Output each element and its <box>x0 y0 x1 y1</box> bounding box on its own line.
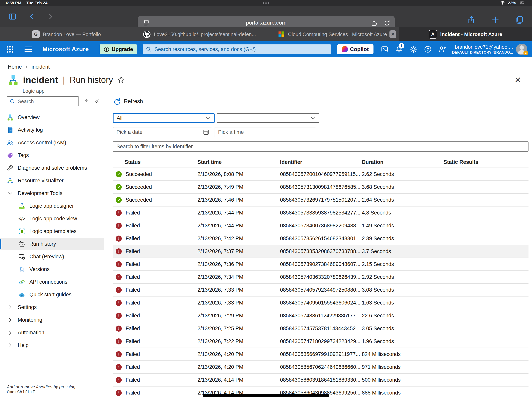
run-duration: 3.05 Seconds <box>362 326 443 332</box>
avatar[interactable] <box>516 44 527 55</box>
secondary-filter-dropdown[interactable] <box>217 113 319 123</box>
global-search-input[interactable]: Search resources, services, and docs (G+… <box>143 45 331 54</box>
sidebar-item-overview[interactable]: Overview <box>0 111 104 124</box>
browser-tab-1[interactable]: G Brandon Love — Portfolio <box>0 27 133 41</box>
time-picker-field[interactable] <box>215 127 316 137</box>
sidebar-item-tags[interactable]: Tags <box>0 149 104 162</box>
sidebar-item-diagnose-and-solve-problems[interactable]: Diagnose and solve problems <box>0 162 104 174</box>
failed-icon <box>116 261 122 267</box>
sidebar-item-chat-preview[interactable]: Chat (Preview) <box>0 250 104 263</box>
date-input[interactable] <box>116 129 203 135</box>
table-row[interactable]: Failed 2/13/2026, 7:42 PM 08584305735626… <box>113 232 528 245</box>
help-icon[interactable]: ? <box>421 44 435 55</box>
azure-brand[interactable]: Microsoft Azure <box>43 46 89 53</box>
settings-gear-icon[interactable] <box>406 44 421 55</box>
reorder-icon[interactable] <box>84 99 89 104</box>
menu-search-input[interactable] <box>17 98 76 105</box>
date-picker-field[interactable] <box>113 127 212 137</box>
table-row[interactable]: Failed 2/13/2026, 7:37 PM 08584305738532… <box>113 245 528 258</box>
table-row[interactable]: Failed 2/13/2026, 7:33 PM 08584305740950… <box>113 296 528 309</box>
calendar-icon[interactable] <box>203 129 209 135</box>
copilot-button[interactable]: Copilot <box>337 44 373 54</box>
hamburger-menu-icon[interactable] <box>25 46 32 52</box>
table-row[interactable]: Failed 2/13/2026, 7:34 PM 08584305740363… <box>113 271 528 284</box>
sidebar-item-development-tools[interactable]: Development Tools <box>0 187 104 200</box>
breadcrumb-chevron-icon <box>25 65 28 69</box>
time-input[interactable] <box>218 129 313 135</box>
sidebar-item-monitoring[interactable]: Monitoring <box>0 314 104 326</box>
sidebar-item-settings[interactable]: Settings <box>0 301 104 314</box>
waffle-menu-icon[interactable] <box>7 46 13 53</box>
favorite-star-icon[interactable] <box>117 76 125 84</box>
notifications-icon[interactable]: 1 <box>392 44 406 55</box>
refresh-button[interactable]: Refresh <box>113 96 152 106</box>
reader-icon[interactable] <box>143 19 150 26</box>
sidebar-item-logic-app-designer[interactable]: Logic app designer <box>0 200 104 212</box>
sidebar-item-access-control-iam[interactable]: Access control (IAM) <box>0 136 104 149</box>
table-row[interactable]: Failed 2/13/2026, 7:25 PM 08584305745753… <box>113 322 528 335</box>
sidebar-item-run-history[interactable]: Run history <box>0 238 104 250</box>
table-row[interactable]: Failed 2/13/2026, 4:20 PM 08584305856697… <box>113 348 528 361</box>
table-row[interactable]: Failed 2/13/2026, 7:44 PM 08584305733859… <box>113 206 528 219</box>
table-row[interactable]: Failed 2/13/2026, 4:14 PM 08584305860391… <box>113 374 528 386</box>
back-button[interactable] <box>26 11 37 22</box>
sidebar-item-automation[interactable]: Automation <box>0 326 104 339</box>
collapse-menu-icon[interactable] <box>94 99 100 104</box>
reload-icon[interactable] <box>383 19 390 26</box>
tabs-overview-button[interactable] <box>514 14 525 25</box>
run-status: Failed <box>126 223 140 229</box>
browser-tab-3[interactable]: Cloud Computing Services | Microsoft Azu… <box>266 27 399 41</box>
cloud-shell-icon[interactable] <box>377 44 392 55</box>
sidebar-item-logic-app-templates[interactable]: Logic app templates <box>0 225 104 238</box>
tab-strip: G Brandon Love — Portfolio Love2150.gith… <box>0 27 532 41</box>
table-row[interactable]: Succeeded 2/13/2026, 8:08 PM 08584305720… <box>113 168 528 181</box>
multitask-handle-icon[interactable] <box>263 2 270 4</box>
search-icon <box>10 99 15 104</box>
sidebar-item-logic-app-code-view[interactable]: </> Logic app code view <box>0 212 104 225</box>
sidebar-item-help[interactable]: Help <box>0 339 104 352</box>
feedback-icon[interactable] <box>435 44 450 55</box>
table-row[interactable]: Failed 2/13/2026, 7:22 PM 08584305747180… <box>113 335 528 348</box>
home-indicator[interactable] <box>203 394 329 397</box>
menu-search-box[interactable] <box>7 96 79 106</box>
table-row[interactable]: Failed 2/13/2026, 7:36 PM 08584305739027… <box>113 258 528 271</box>
col-static-results: Static Results <box>443 159 528 165</box>
table-row[interactable]: Failed 2/13/2026, 7:33 PM 08584305740579… <box>113 284 528 296</box>
breadcrumb-home[interactable]: Home <box>8 64 22 70</box>
sidebar-toggle-button[interactable] <box>7 11 18 22</box>
run-status: Succeeded <box>126 171 152 177</box>
account-info[interactable]: brandonlove71@yahoo.... DEFAULT DIRECTOR… <box>452 44 513 55</box>
browser-tab-4[interactable]: A incident - Microsoft Azure <box>399 27 532 41</box>
status-filter-dropdown[interactable]: All <box>113 113 215 123</box>
table-row[interactable]: Succeeded 2/13/2026, 7:46 PM 08584305732… <box>113 194 528 206</box>
extensions-icon[interactable] <box>371 19 378 26</box>
table-row[interactable]: Failed 2/13/2026, 7:29 PM 08584305743361… <box>113 309 528 322</box>
url-text[interactable]: portal.azure.com <box>138 20 395 26</box>
run-status: Failed <box>126 274 140 280</box>
sidebar-item-resource-visualizer[interactable]: Resource visualizer <box>0 174 104 187</box>
identifier-filter-field[interactable] <box>113 142 528 152</box>
sidebar-item-quick-start-guides[interactable]: Quick start guides <box>0 288 104 301</box>
tab-close-button[interactable]: ✕ <box>389 30 396 38</box>
table-row[interactable]: Failed 2/13/2026, 4:20 PM 08584305856706… <box>113 361 528 374</box>
forward-button[interactable] <box>45 11 56 22</box>
browser-tab-2[interactable]: Love2150.github.io/_projects/sentinal-de… <box>133 27 266 41</box>
close-blade-button[interactable]: ✕ <box>514 76 521 84</box>
more-options-icon[interactable] <box>129 78 137 81</box>
sidebar-item-label: Resource visualizer <box>18 178 64 184</box>
breadcrumb-current[interactable]: incident <box>32 64 50 70</box>
run-start-time: 2/13/2026, 7:36 PM <box>197 261 280 267</box>
new-tab-button[interactable] <box>490 14 501 25</box>
share-button[interactable] <box>466 14 477 25</box>
identifier-filter-input[interactable] <box>116 143 525 150</box>
sidebar-item-api-connections[interactable]: API connections <box>0 276 104 288</box>
search-icon <box>146 46 152 52</box>
run-identifier: 08584305856706244649686660... <box>280 364 362 370</box>
sidebar-item-activity-log[interactable]: Activity log <box>0 124 104 136</box>
menu-items: Overview Activity log Access control (IA… <box>0 111 104 352</box>
sidebar-item-versions[interactable]: Versions <box>0 263 104 276</box>
upgrade-button[interactable]: Upgrade <box>100 45 137 54</box>
ios-status-bar: 6:58 PM Tue Feb 24 23% <box>0 0 532 6</box>
table-row[interactable]: Failed 2/13/2026, 7:44 PM 08584305734007… <box>113 219 528 232</box>
table-row[interactable]: Succeeded 2/13/2026, 7:49 PM 08584305731… <box>113 181 528 194</box>
